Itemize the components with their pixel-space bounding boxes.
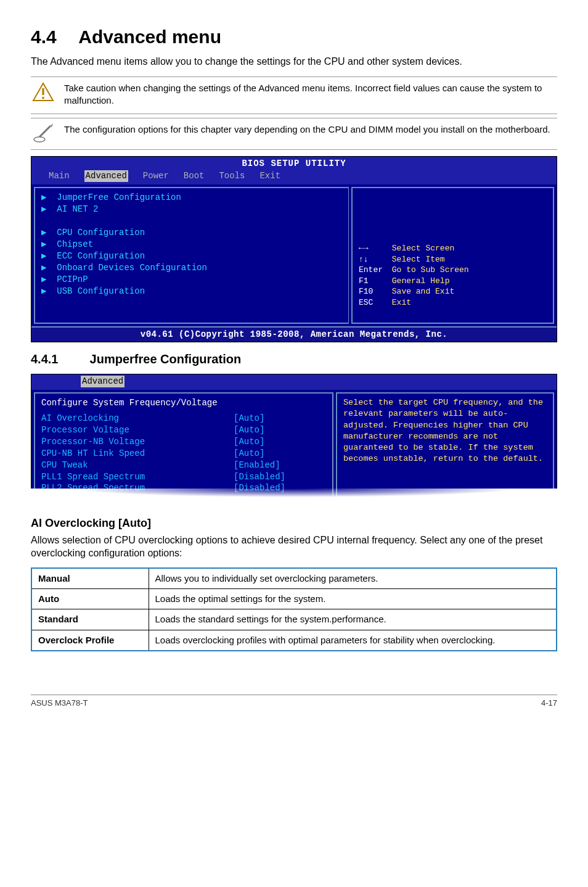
bios-help-panel: ←→ Select Screen ↑↓ Select Item Enter Go… bbox=[351, 187, 554, 324]
help-desc: Select Item bbox=[392, 255, 445, 264]
note-callout: The configuration options for this chapt… bbox=[31, 118, 557, 150]
svg-point-3 bbox=[34, 137, 45, 142]
bios-menubar: Main Advanced Power Boot Tools Exit bbox=[31, 169, 557, 184]
help-desc: General Help bbox=[392, 276, 450, 286]
footer-left: ASUS M3A78-T bbox=[31, 698, 88, 709]
bios-item: Chipset bbox=[57, 239, 93, 249]
section-title: Advanced menu bbox=[78, 27, 221, 47]
note-icon bbox=[31, 123, 55, 143]
bios-tab-boot: Boot bbox=[184, 170, 205, 182]
table-row: Standard Loads the standard settings for… bbox=[31, 609, 557, 630]
option-description: Allows selection of CPU overclocking opt… bbox=[31, 534, 557, 560]
bios-row-value: [Disabled] bbox=[234, 482, 326, 494]
help-desc: Go to Sub Screen bbox=[392, 265, 469, 274]
bios-screenshot-advanced-menu: BIOS SETUP UTILITY Main Advanced Power B… bbox=[31, 156, 557, 343]
section-heading: 4.4 Advanced menu bbox=[31, 25, 557, 50]
bios-row-label: CPU-NB HT Link Speed bbox=[41, 448, 234, 460]
bios-help-panel-2: Select the target CPU frequency, and the… bbox=[336, 392, 554, 499]
bios-row-label: Processor-NB Voltage bbox=[41, 436, 234, 448]
bios-tab-advanced-2: Advanced bbox=[81, 376, 125, 387]
subsection-heading: 4.4.1 Jumperfree Configuration bbox=[31, 351, 557, 368]
bios-tab-power: Power bbox=[143, 170, 169, 182]
help-desc: Save and Exit bbox=[392, 287, 454, 296]
bios-tab-exit: Exit bbox=[259, 170, 280, 182]
bios-left-panel-2: Configure System Frequency/Voltage AI Ov… bbox=[34, 392, 333, 499]
section-number: 4.4 bbox=[31, 25, 74, 50]
help-key: Enter bbox=[359, 265, 387, 276]
bios-left-panel: ▶ JumperFree Configuration ▶ AI NET 2 ▶ … bbox=[34, 187, 349, 324]
page-footer: ASUS M3A78-T 4-17 bbox=[31, 695, 557, 709]
bios-item: ECC Configuration bbox=[57, 251, 145, 261]
svg-rect-2 bbox=[42, 97, 44, 99]
help-key: F1 bbox=[359, 276, 387, 287]
warning-icon bbox=[31, 82, 55, 102]
svg-line-4 bbox=[39, 126, 51, 137]
option-value: Loads the optimal settings for the syste… bbox=[149, 589, 557, 609]
option-value: Allows you to individually set overclock… bbox=[149, 568, 557, 589]
bios-row-label: CPU Tweak bbox=[41, 460, 234, 471]
options-table: Manual Allows you to individually set ov… bbox=[31, 567, 557, 651]
bios-row-label: AI Overclocking bbox=[41, 413, 234, 424]
option-key: Auto bbox=[31, 589, 149, 609]
bios-item: USB Configuration bbox=[57, 286, 145, 296]
help-key: F10 bbox=[359, 286, 387, 297]
bios-item: Onboard Devices Configuration bbox=[57, 263, 207, 273]
bios-item: AI NET 2 bbox=[57, 204, 98, 214]
warning-callout: Take caution when changing the settings … bbox=[31, 76, 557, 114]
bios-row-value: [Enabled] bbox=[234, 460, 326, 471]
bios-row-label: PLL2 Spread Spectrum bbox=[41, 482, 234, 494]
bios-tab-advanced: Advanced bbox=[84, 170, 128, 182]
option-key: Manual bbox=[31, 568, 149, 589]
help-desc: Exit bbox=[392, 298, 411, 307]
bios-row-value: [Disabled] bbox=[234, 471, 326, 483]
help-key: ←→ bbox=[359, 243, 387, 254]
bios-item: PCIPnP bbox=[57, 274, 88, 284]
bios-footer: v04.61 (C)Copyright 1985-2008, American … bbox=[31, 326, 557, 342]
bios-row-label: PLL1 Spread Spectrum bbox=[41, 471, 234, 483]
svg-rect-1 bbox=[42, 88, 44, 95]
bios-item: JumperFree Configuration bbox=[57, 192, 181, 202]
bios-row-value: [Auto] bbox=[234, 436, 326, 448]
subsection-title: Jumperfree Configuration bbox=[90, 352, 242, 366]
footer-right: 4-17 bbox=[541, 698, 557, 709]
help-key: ↑↓ bbox=[359, 254, 387, 265]
bios-tab-tools: Tools bbox=[219, 170, 245, 182]
table-row: Auto Loads the optimal settings for the … bbox=[31, 589, 557, 609]
help-key: ESC bbox=[359, 297, 387, 308]
help-desc: Select Screen bbox=[392, 244, 454, 253]
option-heading: AI Overclocking [Auto] bbox=[31, 516, 557, 530]
bios-screenshot-jumperfree: Advanced Configure System Frequency/Volt… bbox=[31, 374, 557, 502]
bios-row-value: [Auto] bbox=[234, 424, 326, 436]
option-value: Loads the standard settings for the syst… bbox=[149, 609, 557, 630]
note-text: The configuration options for this chapt… bbox=[64, 123, 550, 136]
subsection-number: 4.4.1 bbox=[31, 351, 86, 368]
table-row: Manual Allows you to individually set ov… bbox=[31, 568, 557, 589]
bios-row-label: Processor Voltage bbox=[41, 424, 234, 436]
section-intro: The Advanced menu items allow you to cha… bbox=[31, 55, 557, 68]
bios-tab-main: Main bbox=[49, 170, 70, 182]
bios-config-heading: Configure System Frequency/Voltage bbox=[41, 397, 326, 409]
bios-row-value: [Auto] bbox=[234, 413, 326, 424]
option-key: Standard bbox=[31, 609, 149, 630]
warning-text: Take caution when changing the settings … bbox=[64, 82, 557, 107]
bios-title: BIOS SETUP UTILITY bbox=[31, 157, 557, 170]
bios-item: CPU Configuration bbox=[57, 228, 145, 237]
option-value: Loads overclocking profiles with optimal… bbox=[149, 630, 557, 651]
bios-menubar-2: Advanced bbox=[31, 374, 557, 390]
bios-row-value: [Auto] bbox=[234, 448, 326, 460]
table-row: Overclock Profile Loads overclocking pro… bbox=[31, 630, 557, 651]
option-key: Overclock Profile bbox=[31, 630, 149, 651]
